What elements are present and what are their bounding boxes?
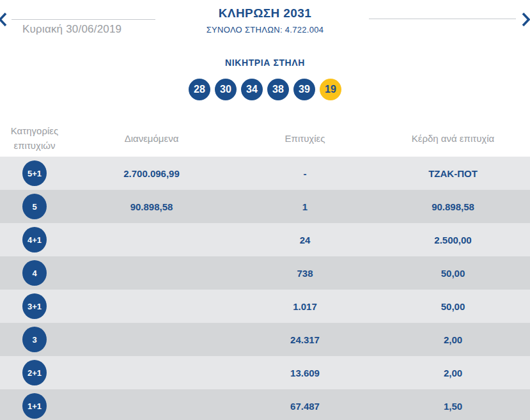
table-row: 3+1 1.017 50,00	[0, 290, 530, 323]
per-win-cell: 2,00	[376, 368, 530, 378]
distributed-cell: 90.898,58	[69, 201, 234, 212]
wins-cell: -	[234, 168, 376, 179]
table-row: 4+1 24 2.500,00	[0, 223, 530, 256]
results-table-header: Κατηγορίες επιτυχιών Διανεμόμενα Επιτυχί…	[0, 120, 530, 157]
per-win-cell: 2,00	[376, 334, 530, 345]
header-distributed: Διανεμόμενα	[69, 133, 234, 144]
winning-number-ball: 28	[189, 79, 210, 100]
category-cell: 4	[0, 260, 69, 286]
table-row: 2+1 13.609 2,00	[0, 356, 530, 389]
wins-cell: 67.487	[234, 401, 376, 412]
winning-number-ball: 30	[215, 79, 237, 100]
category-cell: 2+1	[0, 360, 69, 385]
per-win-cell: ΤΖΑΚ-ΠΟΤ	[376, 168, 530, 179]
category-badge: 4+1	[22, 227, 47, 253]
per-win-cell: 2.500,00	[376, 235, 530, 245]
per-win-cell: 50,00	[376, 301, 530, 312]
header-per-win: Κέρδη ανά επιτυχία	[376, 133, 530, 144]
category-badge: 5	[22, 194, 47, 219]
header-divider-left	[12, 19, 155, 20]
table-row: 3 24.317 2,00	[0, 323, 530, 356]
category-cell: 5+1	[0, 160, 69, 186]
header-categories: Κατηγορίες επιτυχιών	[0, 123, 69, 153]
distributed-cell: 2.700.096,99	[69, 168, 234, 179]
category-cell: 3	[0, 327, 69, 352]
per-win-cell: 50,00	[376, 268, 530, 279]
draw-date: Κυριακή 30/06/2019	[22, 23, 121, 36]
header-wins: Επιτυχίες	[234, 133, 376, 144]
results-rows: 5+1 2.700.096,99 - ΤΖΑΚ-ΠΟΤ 5 90.898,58 …	[0, 157, 530, 420]
wins-cell: 24.317	[234, 334, 376, 345]
table-row: 1+1 67.487 1,50	[0, 389, 530, 420]
wins-cell: 24	[234, 235, 376, 245]
category-badge: 2+1	[22, 360, 47, 385]
category-cell: 5	[0, 194, 69, 219]
category-cell: 1+1	[0, 393, 69, 419]
category-badge: 1+1	[22, 393, 47, 419]
total-columns-value: 4.722.004	[285, 25, 324, 35]
draw-header: Κυριακή 30/06/2019 ΚΛΗΡΩΣΗ 2031 ΣΥΝΟΛΟ Σ…	[0, 0, 530, 40]
winning-numbers: 283034383919	[0, 79, 530, 100]
winning-number-ball: 38	[267, 79, 289, 100]
table-row: 4 738 50,00	[0, 256, 530, 290]
winning-number-ball: 34	[241, 79, 263, 100]
category-badge: 3+1	[22, 293, 47, 319]
joker-number-ball: 19	[320, 79, 341, 100]
winning-column-title: ΝΙΚΗΤΡΙΑ ΣΤΗΛΗ	[0, 58, 530, 68]
results-table: Κατηγορίες επιτυχιών Διανεμόμενα Επιτυχί…	[0, 120, 530, 420]
category-badge: 3	[22, 327, 47, 352]
per-win-cell: 1,50	[376, 401, 530, 412]
wins-cell: 1	[234, 201, 376, 212]
table-row: 5+1 2.700.096,99 - ΤΖΑΚ-ΠΟΤ	[0, 157, 530, 190]
category-badge: 5+1	[22, 160, 47, 186]
per-win-cell: 90.898,58	[376, 201, 530, 212]
wins-cell: 13.609	[234, 368, 376, 378]
total-columns-label: ΣΥΝΟΛΟ ΣΤΗΛΩΝ:	[207, 25, 283, 35]
header-divider-right	[369, 19, 516, 19]
category-cell: 4+1	[0, 227, 69, 253]
chevron-right-icon	[521, 12, 530, 27]
table-row: 5 90.898,58 1 90.898,58	[0, 190, 530, 223]
draw-results-page: Κυριακή 30/06/2019 ΚΛΗΡΩΣΗ 2031 ΣΥΝΟΛΟ Σ…	[0, 0, 530, 420]
winning-column-section: ΝΙΚΗΤΡΙΑ ΣΤΗΛΗ 283034383919	[0, 58, 530, 100]
chevron-left-icon	[0, 12, 8, 27]
previous-draw-button[interactable]	[0, 12, 8, 27]
category-cell: 3+1	[0, 293, 69, 319]
next-draw-button[interactable]	[521, 12, 530, 27]
wins-cell: 738	[234, 268, 376, 279]
wins-cell: 1.017	[234, 301, 376, 312]
winning-number-ball: 39	[293, 79, 315, 100]
category-badge: 4	[22, 260, 47, 286]
